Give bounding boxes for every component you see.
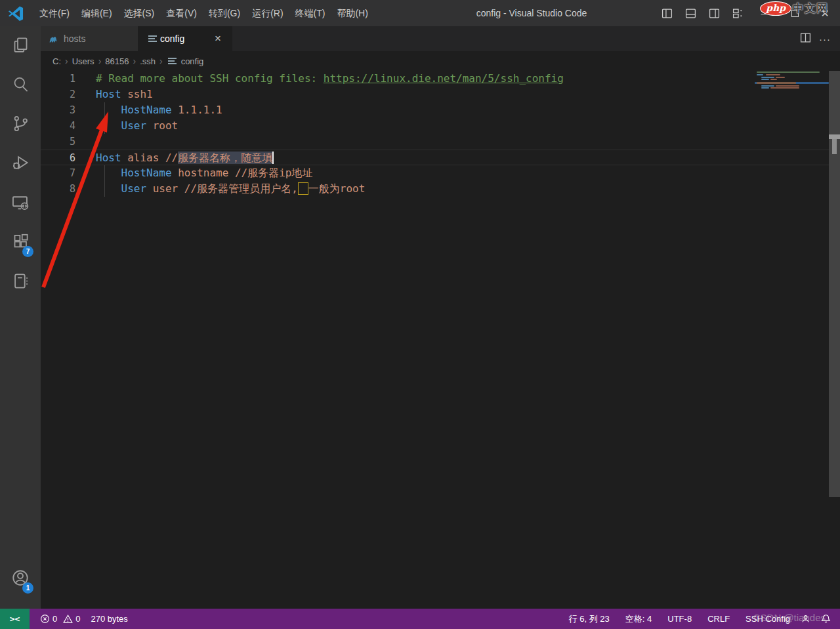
code-value: user //服务器管理员用户名, [146,182,298,195]
line-number: 6 [41,150,75,165]
status-bar: >< 0 0 270 bytes 行 6, 列 23 空格: 4 UTF-8 C… [0,609,840,629]
code-keyword: User [96,182,146,195]
toggle-panel-icon[interactable] [681,0,700,26]
menu-terminal[interactable]: 终端(T) [289,0,331,26]
breadcrumb-item[interactable]: .ssh [138,56,157,66]
toggle-sidebar-icon[interactable] [657,0,677,26]
accounts-icon[interactable]: 1 [0,561,41,595]
search-icon[interactable] [0,67,41,101]
code-comment: # Read more about SSH config files: [96,72,324,85]
minimap[interactable] [755,71,829,94]
code-value: hostname //服务器ip地址 [172,167,313,179]
code-value: 一般为root [308,182,366,195]
tab-label: hosts [64,33,85,44]
chevron-right-icon: › [96,56,104,66]
code-line-current[interactable]: 6 Host alias //服务器名称，随意填 [41,150,829,165]
editor-actions: ··· [795,26,835,51]
menu-selection[interactable]: 选择(S) [118,0,161,26]
code-value: alias // [121,152,178,164]
line-number: 5 [41,134,75,150]
code-line[interactable]: 7 HostName hostname //服务器ip地址 [41,165,829,181]
source-control-icon[interactable] [0,106,41,140]
menu-run[interactable]: 运行(R) [246,0,289,26]
line-number: 3 [41,102,75,118]
line-number: 8 [41,181,75,197]
php-logo: php [760,1,791,16]
code-keyword: HostName [96,104,172,116]
breadcrumb-item[interactable]: 86156 [104,56,130,66]
line-number: 7 [41,165,75,181]
eol-status[interactable]: CRLF [702,609,735,629]
chevron-right-icon: › [130,56,138,66]
warning-icon [63,614,73,624]
breadcrumb: C: › Users › 86156 › .ssh › config [41,51,828,71]
code-line[interactable]: 1 # Read more about SSH config files: ht… [41,71,829,87]
customize-layout-icon[interactable] [728,0,747,26]
menu-view[interactable]: 查看(V) [160,0,203,26]
cursor-position-status[interactable]: 行 6, 列 23 [564,609,615,629]
code-value: 1.1.1.1 [172,104,222,116]
split-editor-icon[interactable] [795,32,815,45]
tab-config[interactable]: config × [138,26,232,51]
title-bar: 文件(F) 编辑(E) 选择(S) 查看(V) 转到(G) 运行(R) 终端(T… [0,0,840,26]
warning-count: 0 [75,614,80,624]
toggle-secondary-sidebar-icon[interactable] [704,0,724,26]
indent-guide [104,102,105,134]
extensions-icon[interactable]: 7 [0,224,41,258]
code-link[interactable]: https://linux.die.net/man/5/ssh_config [324,72,564,85]
config-file-icon [148,34,157,43]
selected-text: 服务器名称，随意填 [178,152,272,164]
menu-edit[interactable]: 编辑(E) [75,0,118,26]
remote-explorer-icon[interactable] [0,186,41,220]
code-keyword: Host [96,152,121,164]
file-size-status[interactable]: 270 bytes [85,609,133,629]
indentation-status[interactable]: 空格: 4 [620,609,657,629]
remote-indicator[interactable]: >< [0,609,30,629]
problems-indicator[interactable]: 0 0 [35,609,85,629]
menu-help[interactable]: 帮助(H) [331,0,373,26]
menu-go[interactable]: 转到(G) [203,0,246,26]
breadcrumb-item[interactable]: C: [51,56,62,66]
csdn-watermark: CSDN @tiandes [753,612,826,623]
chevron-right-icon: › [157,56,165,66]
tab-bar: hosts config × [41,26,840,51]
tab-close-icon[interactable]: × [211,32,224,45]
breadcrumb-item[interactable]: Users [71,56,96,66]
php-cn-watermark: php 中文网 [760,1,828,16]
activity-bar: 7 1 [0,26,41,609]
window-title: config - Visual Studio Code [427,0,637,26]
error-count: 0 [52,614,57,624]
code-line[interactable]: 2 Host ssh1 [41,87,829,102]
page-scrollbar[interactable] [829,71,840,497]
hosts-file-icon [49,34,59,43]
line-number: 2 [41,87,75,102]
unicode-highlight-box [298,182,308,195]
code-editor[interactable]: 1 # Read more about SSH config files: ht… [41,71,829,197]
code-line[interactable]: 5 [41,134,829,150]
code-line[interactable]: 3 HostName 1.1.1.1 [41,102,829,118]
remote-icon: >< [10,614,20,624]
code-line[interactable]: 8 User user //服务器管理员用户名, 一般为root [41,181,829,197]
notebook-icon[interactable] [0,264,41,298]
explorer-icon[interactable] [0,28,41,62]
code-line[interactable]: 4 User root [41,118,829,134]
scrollbar-thumb[interactable] [829,134,840,139]
extensions-badge: 7 [22,246,33,257]
error-icon [40,614,50,624]
code-keyword: User [96,119,146,132]
scrollbar-thumb[interactable] [832,139,837,154]
breadcrumb-item[interactable]: config [180,56,205,66]
encoding-status[interactable]: UTF-8 [662,609,697,629]
accounts-badge: 1 [22,582,33,594]
run-debug-icon[interactable] [0,146,41,180]
tab-hosts[interactable]: hosts [41,26,138,51]
more-actions-icon[interactable]: ··· [815,33,835,45]
chevron-right-icon: › [62,56,71,66]
indent-guide [104,165,105,197]
code-value: root [146,119,178,132]
vscode-logo-icon [7,5,24,22]
code-value: ssh1 [121,88,153,100]
line-number: 4 [41,118,75,134]
config-file-icon [168,56,177,66]
menu-file[interactable]: 文件(F) [33,0,75,26]
